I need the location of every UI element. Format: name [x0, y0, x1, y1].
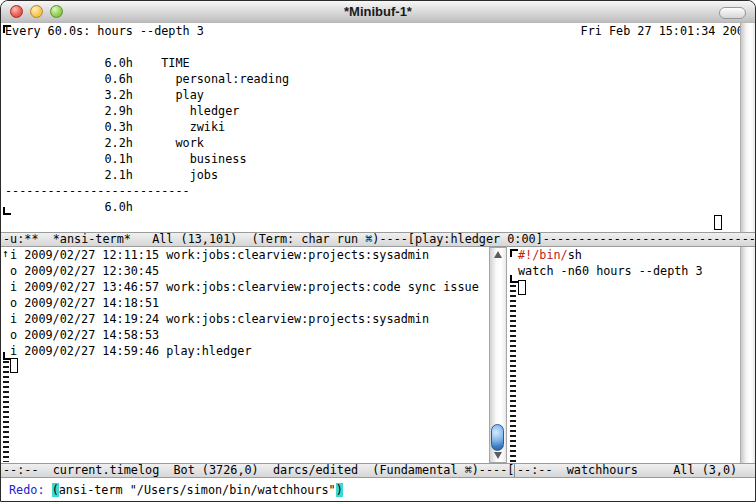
- report-total-line: 6.0h: [5, 200, 133, 215]
- terminal-scrollbar-track[interactable]: [740, 23, 756, 232]
- empty-lines-indicator: [510, 285, 516, 462]
- script-command-line: watch -n60 hours --depth 3: [518, 264, 703, 279]
- script-window[interactable]: #!/bin/sh watch -n60 hours --depth 3: [510, 247, 755, 463]
- terminal-mode-line[interactable]: -u:** *ansi-term* All (13,101) (Term: ch…: [1, 232, 756, 247]
- toolbar-toggle-button[interactable]: [719, 7, 746, 19]
- watch-command-text: Every 60.0s: hours --depth 3: [5, 24, 204, 39]
- empty-lines-indicator: [3, 361, 9, 462]
- report-line: 3.2h play: [5, 88, 204, 103]
- buffer-continues-up-icon: ↑: [2, 248, 9, 259]
- timelog-mode-line[interactable]: --:-- current.timelog Bot (3726,0) darcs…: [1, 463, 514, 478]
- close-paren-highlight: ): [336, 483, 343, 497]
- shebang-interpreter: sh: [568, 248, 582, 262]
- buffer-bottom-corner-icon: [3, 207, 11, 215]
- scroll-up-button[interactable]: [490, 248, 506, 261]
- scroll-down-button[interactable]: [490, 449, 506, 462]
- timelog-window[interactable]: ↑ i 2009/02/27 12:11:15 work:jobs:clearv…: [1, 247, 488, 463]
- script-cursor: [518, 280, 526, 295]
- timelog-entry: o 2009/02/27 14:18:51: [10, 296, 159, 311]
- scrollbar-thumb[interactable]: [491, 424, 504, 451]
- script-mode-line[interactable]: --:-- watchhours All (3,0): [514, 463, 756, 478]
- report-line: 0.1h business: [5, 152, 246, 167]
- timelog-entry: i 2009/02/27 12:11:15 work:jobs:clearvie…: [10, 248, 429, 263]
- report-line: 2.9h hledger: [5, 104, 239, 119]
- buffer-bottom-corner-icon: [510, 275, 518, 283]
- timelog-entry: o 2009/02/27 14:58:53: [10, 328, 159, 343]
- minibuffer[interactable]: Redo: (ansi-term "/Users/simon/bin/watch…: [1, 478, 756, 502]
- shebang-comment: #!/bin/: [518, 248, 568, 262]
- terminal-window[interactable]: Every 60.0s: hours --depth 3 Fri Feb 27 …: [1, 23, 755, 232]
- shebang-line: #!/bin/sh: [518, 248, 582, 263]
- minibuffer-prompt: Redo:: [9, 483, 52, 497]
- report-line: 0.6h personal:reading: [5, 72, 289, 87]
- buffer-top-corner-icon: [510, 249, 518, 257]
- open-paren-highlight: (: [52, 483, 59, 497]
- minibuffer-command: ansi-term "/Users/simon/bin/watchhours": [59, 483, 336, 497]
- title-bar[interactable]: *Minibuf-1*: [1, 1, 755, 24]
- timelog-entry: i 2009/02/27 13:46:57 work:jobs:clearvie…: [10, 280, 479, 295]
- minibuffer-line: Redo: (ansi-term "/Users/simon/bin/watch…: [9, 483, 343, 498]
- timelog-entry: i 2009/02/27 14:59:46 play:hledger: [10, 344, 251, 359]
- report-line: 0.3h zwiki: [5, 120, 225, 135]
- timelog-entry: o 2009/02/27 12:30:45: [10, 264, 159, 279]
- timelog-entry: i 2009/02/27 14:19:24 work:jobs:clearvie…: [10, 312, 429, 327]
- report-line: 6.0h TIME: [5, 56, 190, 71]
- script-scrollbar-track[interactable]: [740, 247, 756, 463]
- timelog-scrollbar-track[interactable]: [489, 247, 507, 463]
- timelog-cursor: [10, 358, 18, 373]
- emacs-frame: *Minibuf-1* Every 60.0s: hours --depth 3…: [0, 0, 756, 502]
- report-line: 2.1h jobs: [5, 168, 218, 183]
- watch-timestamp: Fri Feb 27 15:01:34 2009: [581, 24, 751, 39]
- window-title: *Minibuf-1*: [1, 1, 755, 23]
- terminal-cursor: [714, 215, 722, 230]
- scroll-up-icon: [494, 251, 502, 258]
- report-line: 2.2h work: [5, 136, 204, 151]
- report-divider-line: --------------------------: [5, 184, 190, 199]
- scroll-down-icon: [494, 452, 502, 459]
